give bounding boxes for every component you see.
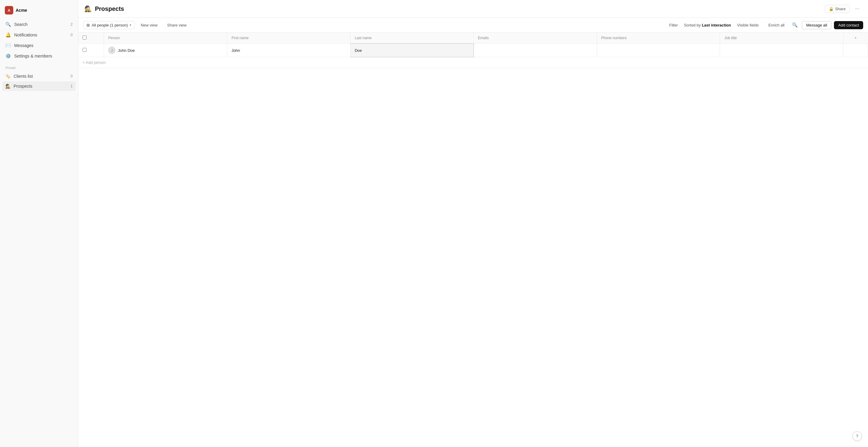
emails-cell[interactable] <box>473 44 597 57</box>
main-header-right: 🔒 Share ··· <box>825 4 862 13</box>
sidebar-item-prospects[interactable]: 🕵️ Prospects 1 <box>2 81 76 91</box>
sidebar-header: A Acme <box>0 4 78 19</box>
table-row: J John Doe John Doe <box>79 44 868 57</box>
row-checkbox[interactable] <box>83 48 87 52</box>
share-label: Share <box>835 7 846 11</box>
add-person-row[interactable]: + Add person <box>79 57 868 68</box>
visible-fields-button[interactable]: Visible fields <box>733 21 762 29</box>
row-checkbox-cell <box>79 44 104 57</box>
phone-cell[interactable] <box>597 44 720 57</box>
main-header: 🕵️ Prospects 🔒 Share ··· <box>79 0 868 18</box>
add-col-header[interactable]: + <box>843 33 868 44</box>
sidebar-item-settings-label: Settings & members <box>14 54 52 58</box>
add-person-cell[interactable]: + Add person <box>79 57 868 68</box>
search-icon: 🔍 <box>792 22 798 28</box>
sidebar-item-clients-list[interactable]: 🏷️ Clients list 0 <box>2 71 76 81</box>
toolbar-right: Filter Sorted by Last interaction Visibl… <box>666 21 864 29</box>
help-button[interactable]: ? <box>852 432 862 441</box>
select-all-checkbox[interactable] <box>83 36 87 39</box>
app-name: Acme <box>16 8 27 13</box>
prospects-icon: 🕵️ <box>5 84 10 89</box>
page-title-emoji: 🕵️ <box>84 5 92 12</box>
main-header-left: 🕵️ Prospects <box>84 5 124 12</box>
chevron-down-icon: ▾ <box>130 23 131 27</box>
table-icon: ⊞ <box>87 23 90 27</box>
notifications-badge: 0 <box>70 33 73 37</box>
message-all-button[interactable]: Message all <box>802 21 832 29</box>
person-name: John Doe <box>118 48 135 53</box>
tag-icon: 🏷️ <box>5 74 10 78</box>
jobtitle-cell[interactable] <box>720 44 843 57</box>
new-view-button[interactable]: New view <box>137 21 161 29</box>
add-field-cell <box>843 44 868 57</box>
prospects-badge: 1 <box>70 84 73 88</box>
clients-list-badge: 0 <box>70 74 73 78</box>
jobtitle-col-header: Job title <box>720 33 843 44</box>
lastname-col-header: Last name <box>350 33 473 44</box>
share-view-button[interactable]: Share view <box>164 21 190 29</box>
sidebar-item-search-label: Search <box>14 22 27 27</box>
sidebar-navigation: 🔍 Search 2 🔔 Notifications 0 ✉️ Messages… <box>0 19 78 61</box>
lastname-cell[interactable]: Doe <box>350 44 473 57</box>
share-button[interactable]: 🔒 Share <box>825 5 849 13</box>
contacts-table: Person First name Last name Emails Phone… <box>79 33 868 68</box>
toolbar: ⊞ All people (1 person) ▾ New view Share… <box>79 18 868 33</box>
emails-col-header: Emails <box>473 33 597 44</box>
enrich-all-button[interactable]: Enrich all <box>765 21 788 29</box>
sidebar-item-messages-label: Messages <box>14 43 33 48</box>
sidebar-section-private: Private <box>0 61 78 71</box>
gear-icon: ⚙️ <box>5 53 11 59</box>
firstname-col-header: First name <box>227 33 350 44</box>
filter-button[interactable]: Filter <box>666 21 682 29</box>
person-cell[interactable]: J John Doe <box>104 44 227 57</box>
sorted-by-field: Last interaction <box>702 23 731 27</box>
sidebar-item-notifications[interactable]: 🔔 Notifications 0 <box>2 30 76 40</box>
sidebar-clients-list-label: Clients list <box>13 74 33 78</box>
sidebar-item-notifications-label: Notifications <box>14 33 37 37</box>
mail-icon: ✉️ <box>5 43 11 48</box>
person-col-header: Person <box>104 33 227 44</box>
sidebar-lists: 🏷️ Clients list 0 🕵️ Prospects 1 <box>0 71 78 91</box>
table-area: Person First name Last name Emails Phone… <box>79 33 868 447</box>
sorted-by-text: Sorted by Last interaction <box>684 23 731 27</box>
phone-col-header: Phone numbers <box>597 33 720 44</box>
search-icon: 🔍 <box>5 22 11 27</box>
sidebar-prospects-label: Prospects <box>13 84 32 89</box>
sidebar-item-settings[interactable]: ⚙️ Settings & members <box>2 51 76 61</box>
search-button[interactable]: 🔍 <box>790 21 799 29</box>
lastname-value: Doe <box>355 48 362 53</box>
toolbar-left: ⊞ All people (1 person) ▾ New view Share… <box>83 21 663 29</box>
lock-icon: 🔒 <box>829 7 834 11</box>
view-selector-label: All people (1 person) <box>92 23 128 27</box>
sidebar: A Acme 🔍 Search 2 🔔 Notifications 0 ✉️ M… <box>0 0 79 447</box>
firstname-cell[interactable]: John <box>227 44 350 57</box>
checkbox-col-header <box>79 33 104 44</box>
add-contact-button[interactable]: Add contact <box>834 21 863 29</box>
firstname-value: John <box>231 48 240 53</box>
table-header-row: Person First name Last name Emails Phone… <box>79 33 868 44</box>
search-badge: 2 <box>70 22 73 27</box>
sidebar-item-messages[interactable]: ✉️ Messages <box>2 40 76 51</box>
more-icon: ··· <box>855 6 859 11</box>
view-selector[interactable]: ⊞ All people (1 person) ▾ <box>83 21 135 29</box>
app-avatar: A <box>5 6 13 14</box>
more-button[interactable]: ··· <box>852 4 862 13</box>
avatar: J <box>108 47 116 54</box>
bell-icon: 🔔 <box>5 32 11 38</box>
sidebar-item-search[interactable]: 🔍 Search 2 <box>2 19 76 30</box>
main-content: 🕵️ Prospects 🔒 Share ··· ⊞ All people (1… <box>79 0 868 447</box>
page-title: Prospects <box>95 5 124 12</box>
